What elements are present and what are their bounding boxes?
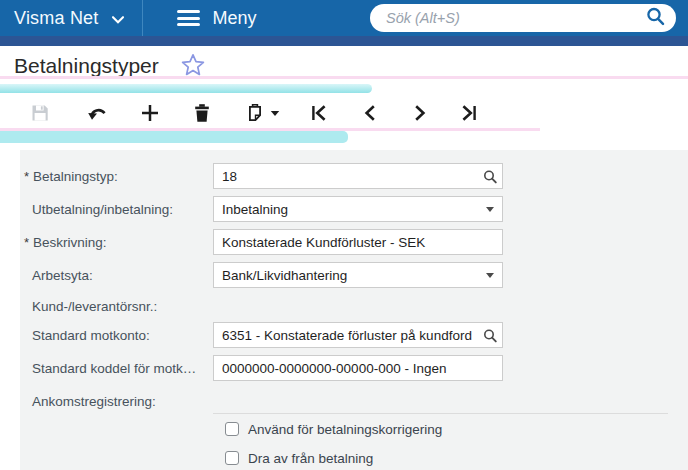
- select-caret-icon[interactable]: [486, 273, 494, 278]
- first-icon: [310, 103, 328, 127]
- header-band: [0, 36, 688, 46]
- magnifier-icon[interactable]: [482, 328, 498, 348]
- field-label: Standard koddel för motk…: [20, 361, 213, 376]
- form-row-arbetsyta: Arbetsyta:: [20, 262, 688, 288]
- form-row-anvand-for-betalningskorrigering: Använd för betalningskorrigering: [20, 420, 688, 438]
- required-asterisk: *: [24, 235, 29, 250]
- favorite-star-icon[interactable]: [181, 53, 205, 80]
- form-row-kund-leverantorsnr: Kund-/leverantörsnr.:: [20, 293, 688, 319]
- form-row-dra-av-fran-betalning: Dra av från betalning: [20, 449, 688, 467]
- toolbar: [0, 95, 688, 135]
- delete-record-button[interactable]: [192, 104, 212, 126]
- betalningstyp-field: [213, 163, 503, 189]
- clipboard-icon: [245, 103, 265, 127]
- undo-icon: [87, 103, 109, 127]
- first-record-button[interactable]: [310, 104, 328, 126]
- form-row-betalningstyp: *Betalningstyp:: [20, 163, 688, 189]
- form-panel: *Betalningstyp:Utbetalning/inbetalning:*…: [20, 150, 688, 470]
- dra-av-fran-betalning-checkbox[interactable]: [225, 451, 239, 465]
- form-row-utbetalning-inbetalning: Utbetalning/inbetalning:: [20, 196, 688, 222]
- standard-motkonto-field: [213, 322, 503, 348]
- top-header: Visma Net Meny: [0, 0, 688, 36]
- arbetsyta-input[interactable]: [222, 268, 494, 283]
- app-window: Visma Net Meny Betalningstyper *Betalnin…: [0, 0, 688, 470]
- title-bar: Betalningstyper: [0, 46, 688, 95]
- beskrivning-input[interactable]: [222, 235, 494, 250]
- utbetalning-inbetalning-field: [213, 196, 503, 222]
- global-search: [370, 4, 676, 32]
- field-label: *Betalningstyp:: [20, 169, 213, 184]
- field-label: *Beskrivning:: [20, 235, 213, 250]
- plus-icon: [140, 103, 160, 127]
- menu-label: Meny: [213, 8, 257, 29]
- form-row-ankomstregistrering: Ankomstregistrering:: [20, 388, 688, 414]
- standard-motkonto-input[interactable]: [222, 328, 494, 343]
- utbetalning-inbetalning-input[interactable]: [222, 202, 494, 217]
- field-label: Ankomstregistrering:: [20, 394, 213, 409]
- form-row-standard-koddel: Standard koddel för motk…: [20, 355, 688, 381]
- chevron-down-icon: [111, 11, 125, 29]
- field-label: Utbetalning/inbetalning:: [20, 202, 213, 217]
- empty-field-divider: [213, 389, 668, 414]
- clipboard-actions-button[interactable]: [245, 104, 280, 126]
- previous-record-button[interactable]: [362, 104, 378, 126]
- required-asterisk: *: [24, 169, 29, 184]
- beskrivning-field: [213, 229, 503, 255]
- chevron-left-icon: [362, 103, 378, 127]
- caret-down-icon[interactable]: [270, 103, 280, 127]
- anvand-for-betalningskorrigering-checkbox[interactable]: [225, 422, 239, 436]
- arbetsyta-field: [213, 262, 503, 288]
- standard-koddel-input[interactable]: [222, 361, 494, 376]
- undo-button[interactable]: [87, 104, 109, 126]
- page-title: Betalningstyper: [14, 54, 159, 78]
- search-icon[interactable]: [645, 6, 667, 32]
- checkbox-label[interactable]: Använd för betalningskorrigering: [248, 422, 442, 437]
- trash-icon: [192, 103, 212, 127]
- save-icon: [30, 103, 50, 127]
- form-row-standard-motkonto: Standard motkonto:: [20, 322, 688, 348]
- select-caret-icon[interactable]: [486, 207, 494, 212]
- checkbox-label[interactable]: Dra av från betalning: [248, 451, 373, 466]
- search-input[interactable]: [386, 10, 645, 26]
- last-record-button[interactable]: [460, 104, 478, 126]
- field-label: Kund-/leverantörsnr.:: [20, 299, 213, 314]
- last-icon: [460, 103, 478, 127]
- field-label: Arbetsyta:: [20, 268, 213, 283]
- save-button[interactable]: [30, 104, 50, 126]
- brand-menu-button[interactable]: Visma Net: [14, 8, 99, 29]
- chevron-right-icon: [412, 103, 428, 127]
- next-record-button[interactable]: [412, 104, 428, 126]
- main-menu-button[interactable]: Meny: [143, 7, 257, 30]
- standard-koddel-field: [213, 355, 503, 381]
- magnifier-icon[interactable]: [482, 169, 498, 189]
- field-label: Standard motkonto:: [20, 328, 213, 343]
- hamburger-icon: [177, 7, 200, 30]
- form-row-beskrivning: *Beskrivning:: [20, 229, 688, 255]
- betalningstyp-input[interactable]: [222, 169, 494, 184]
- add-record-button[interactable]: [140, 104, 160, 126]
